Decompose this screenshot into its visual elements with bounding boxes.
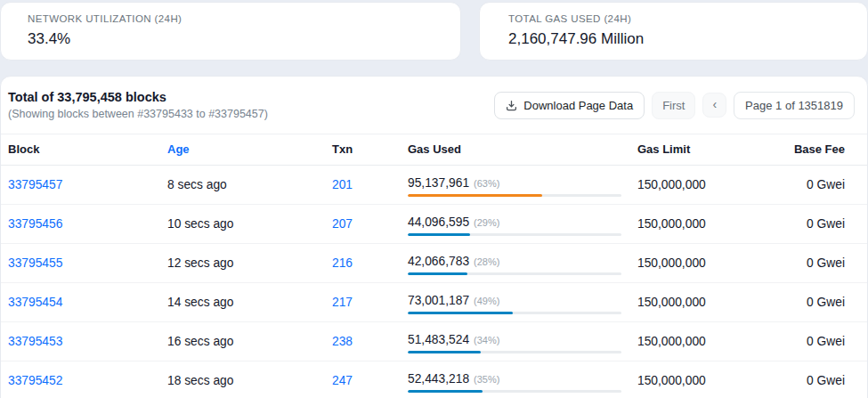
gas-used-value: 42,066,783	[408, 255, 469, 268]
column-header-base-fee: Base Fee	[753, 142, 845, 156]
download-page-data-button[interactable]: Download Page Data	[494, 92, 645, 119]
base-fee-value: 0 Gwei	[753, 178, 845, 191]
blocks-total-title: Total of 33,795,458 blocks	[8, 88, 268, 107]
base-fee-value: 0 Gwei	[753, 217, 845, 231]
gas-used-cell: 51,483,524 (34%)	[408, 329, 637, 353]
gas-used-cell: 42,066,783 (28%)	[408, 251, 637, 275]
blocks-range-subtitle: (Showing blocks between #33795433 to #33…	[8, 107, 268, 123]
gas-used-percent: (34%)	[474, 335, 499, 345]
column-header-age-sort[interactable]: Age	[167, 142, 332, 156]
stat-label: NETWORK UTILIZATION (24H)	[28, 13, 439, 24]
gas-used-bar-fill	[408, 272, 467, 275]
block-age: 8 secs ago	[167, 178, 332, 191]
gas-limit-value: 150,000,000	[637, 374, 753, 387]
block-number-link[interactable]: 33795454	[8, 296, 62, 309]
block-age: 14 secs ago	[167, 296, 332, 309]
gas-used-cell: 95,137,961 (63%)	[408, 173, 637, 197]
gas-used-bar	[408, 390, 621, 393]
block-age: 12 secs ago	[167, 256, 332, 270]
gas-limit-value: 150,000,000	[637, 217, 753, 231]
gas-used-bar-fill	[408, 312, 513, 314]
gas-used-value: 73,001,187	[408, 294, 469, 307]
download-button-label: Download Page Data	[523, 100, 633, 111]
pagination-prev-button[interactable]: ‹	[702, 93, 726, 118]
table-row: 33795457 8 secs ago 201 95,137,961 (63%)…	[1, 166, 867, 205]
block-number-link[interactable]: 33795452	[8, 374, 62, 387]
gas-used-bar-fill	[408, 233, 470, 236]
txn-count-link[interactable]: 216	[332, 256, 353, 270]
gas-used-bar-fill	[408, 194, 542, 197]
column-header-block: Block	[8, 142, 167, 156]
block-age: 16 secs ago	[167, 335, 332, 348]
gas-used-bar-fill	[408, 351, 481, 353]
list-header: Total of 33,795,458 blocks (Showing bloc…	[1, 77, 867, 134]
txn-count-link[interactable]: 238	[332, 335, 353, 348]
column-header-gas-used: Gas Used	[408, 142, 637, 156]
table-row: 33795456 10 secs ago 207 44,096,595 (29%…	[1, 205, 867, 244]
gas-used-bar	[408, 351, 621, 353]
txn-count-link[interactable]: 207	[332, 217, 353, 231]
pagination-first-button[interactable]: First	[652, 92, 695, 119]
gas-limit-value: 150,000,000	[637, 256, 753, 270]
stat-label: TOTAL GAS USED (24H)	[508, 13, 846, 24]
gas-used-bar	[408, 312, 621, 314]
blocks-list-card: Total of 33,795,458 blocks (Showing bloc…	[0, 76, 868, 398]
gas-used-percent: (63%)	[474, 178, 499, 189]
gas-used-percent: (35%)	[474, 374, 499, 385]
txn-count-link[interactable]: 247	[332, 374, 353, 387]
chevron-left-icon: ‹	[712, 100, 717, 109]
gas-used-value: 95,137,961	[408, 176, 469, 190]
txn-count-link[interactable]: 217	[332, 296, 353, 309]
gas-used-cell: 52,443,218 (35%)	[408, 369, 637, 393]
pagination-page-indicator[interactable]: Page 1 of 1351819	[734, 92, 855, 119]
header-actions: Download Page Data First ‹ Page 1 of 135…	[494, 92, 855, 119]
txn-count-link[interactable]: 201	[332, 178, 353, 191]
table-row: 33795453 16 secs ago 238 51,483,524 (34%…	[1, 322, 867, 361]
block-age: 10 secs ago	[167, 217, 332, 231]
table-row: 33795454 14 secs ago 217 73,001,187 (49%…	[1, 283, 867, 322]
blocks-table: Block Age Txn Gas Used Gas Limit Base Fe…	[1, 134, 867, 398]
stat-value: 33.4%	[28, 30, 439, 48]
download-icon	[506, 100, 517, 111]
table-row: 33795452 18 secs ago 247 52,443,218 (35%…	[1, 361, 867, 398]
gas-used-value: 52,443,218	[408, 372, 469, 386]
column-header-txn: Txn	[332, 142, 408, 156]
block-number-link[interactable]: 33795456	[8, 217, 62, 231]
block-number-link[interactable]: 33795453	[8, 335, 62, 348]
gas-used-cell: 73,001,187 (49%)	[408, 290, 637, 314]
gas-used-value: 51,483,524	[408, 333, 469, 346]
gas-used-bar	[408, 272, 621, 275]
base-fee-value: 0 Gwei	[753, 374, 845, 387]
gas-used-percent: (49%)	[474, 296, 499, 306]
block-number-link[interactable]: 33795457	[8, 178, 62, 191]
gas-used-percent: (29%)	[474, 217, 499, 228]
column-header-gas-limit: Gas Limit	[637, 142, 753, 156]
gas-limit-value: 150,000,000	[637, 178, 753, 191]
base-fee-value: 0 Gwei	[753, 256, 845, 270]
stat-value: 2,160,747.96 Million	[508, 30, 846, 48]
list-header-titles: Total of 33,795,458 blocks (Showing bloc…	[8, 88, 268, 123]
base-fee-value: 0 Gwei	[753, 296, 845, 309]
gas-limit-value: 150,000,000	[637, 296, 753, 309]
gas-used-percent: (28%)	[474, 256, 499, 267]
table-body: 33795457 8 secs ago 201 95,137,961 (63%)…	[1, 166, 867, 398]
block-age: 18 secs ago	[167, 374, 332, 387]
table-header-row: Block Age Txn Gas Used Gas Limit Base Fe…	[1, 134, 867, 166]
table-row: 33795455 12 secs ago 216 42,066,783 (28%…	[1, 244, 867, 283]
stat-card-network-utilization: NETWORK UTILIZATION (24H) 33.4%	[0, 2, 461, 61]
stats-row: NETWORK UTILIZATION (24H) 33.4% TOTAL GA…	[0, 2, 868, 61]
gas-limit-value: 150,000,000	[637, 335, 753, 348]
gas-used-cell: 44,096,595 (29%)	[408, 212, 637, 236]
gas-used-value: 44,096,595	[408, 215, 469, 229]
base-fee-value: 0 Gwei	[753, 335, 845, 348]
gas-used-bar-fill	[408, 390, 483, 393]
gas-used-bar	[408, 233, 621, 236]
stat-card-total-gas-used: TOTAL GAS USED (24H) 2,160,747.96 Millio…	[479, 2, 868, 61]
gas-used-bar	[408, 194, 621, 197]
block-number-link[interactable]: 33795455	[8, 256, 62, 270]
